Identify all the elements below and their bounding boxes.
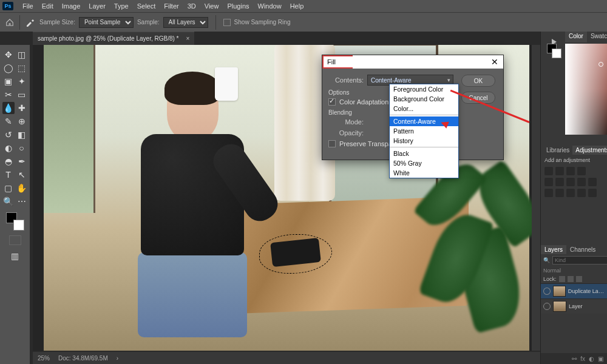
tab-libraries[interactable]: Libraries <box>543 146 572 155</box>
blend-mode-select[interactable]: Normal <box>543 268 561 274</box>
adj-threshold-icon[interactable] <box>566 189 575 197</box>
lock-pixels-icon[interactable] <box>559 276 565 282</box>
eraser-tool-icon[interactable]: ◧ <box>16 129 28 141</box>
menu-help[interactable]: Help <box>286 2 308 10</box>
move-tool-icon[interactable]: ✥ <box>2 49 15 61</box>
mask-icon[interactable]: ◐ <box>589 356 594 362</box>
preserve-transparency-checkbox[interactable] <box>328 140 336 147</box>
adj-poster-icon[interactable] <box>555 189 564 197</box>
frame-tool-icon[interactable]: ▭ <box>16 89 28 101</box>
menu-type[interactable]: Type <box>110 2 133 10</box>
adj-exposure-icon[interactable] <box>577 167 586 175</box>
quick-mask-toggle[interactable] <box>9 235 21 245</box>
color-picker[interactable] <box>565 44 607 135</box>
layer-row[interactable]: Layer <box>541 298 607 314</box>
adj-bw-icon[interactable] <box>577 178 586 186</box>
lasso-tool-icon[interactable]: ◯ <box>2 62 15 74</box>
healing-tool-icon[interactable]: ✚ <box>16 102 28 114</box>
menu-window[interactable]: Window <box>254 2 286 10</box>
status-chevron-icon[interactable]: › <box>117 355 118 362</box>
crop-tool-icon[interactable]: ✂ <box>2 89 15 101</box>
shape-tool-icon[interactable]: ▢ <box>2 182 15 194</box>
adj-balance-icon[interactable] <box>566 178 575 186</box>
color-adaptation-checkbox[interactable] <box>328 98 336 106</box>
tab-swatches[interactable]: Swatches <box>587 32 607 42</box>
home-icon[interactable] <box>4 16 16 29</box>
menu-filter[interactable]: Filter <box>160 2 183 10</box>
menu-plugins[interactable]: Plugins <box>223 2 253 10</box>
layer-filter-input[interactable] <box>552 256 607 265</box>
lock-all-icon[interactable] <box>576 276 582 282</box>
clone-tool-icon[interactable]: ⊕ <box>16 115 28 127</box>
adj-curves-icon[interactable] <box>566 167 575 175</box>
adj-photo-filter-icon[interactable] <box>588 178 597 186</box>
dropdown-option[interactable]: Background Color <box>390 94 458 104</box>
dodge-tool-icon[interactable]: ◓ <box>2 155 15 167</box>
search-icon[interactable]: 🔍 <box>543 257 550 263</box>
eyedropper-tool-icon[interactable] <box>24 16 36 29</box>
close-icon[interactable]: ✕ <box>491 57 498 67</box>
blur-tool-icon[interactable]: ○ <box>16 142 28 154</box>
adj-invert-icon[interactable] <box>544 189 553 197</box>
path-tool-icon[interactable]: ↖ <box>16 169 28 181</box>
menu-edit[interactable]: Edit <box>38 2 58 10</box>
visibility-toggle-icon[interactable] <box>543 288 551 295</box>
dropdown-option[interactable]: History <box>390 136 458 146</box>
dropdown-option[interactable]: Pattern <box>390 126 458 136</box>
menu-file[interactable]: File <box>18 2 38 10</box>
hand-tool-icon[interactable]: ✋ <box>16 182 28 194</box>
dropdown-option[interactable]: 50% Gray <box>390 158 458 168</box>
tab-adjustments[interactable]: Adjustments <box>572 146 607 155</box>
menu-3d[interactable]: 3D <box>183 2 200 10</box>
adj-brightness-icon[interactable] <box>544 167 553 175</box>
ok-button[interactable]: OK <box>461 75 495 87</box>
foreground-background-swatch[interactable] <box>547 44 561 58</box>
dropdown-option[interactable]: Color... <box>390 104 458 113</box>
quick-select-tool-icon[interactable]: ✦ <box>16 75 28 87</box>
tab-layers[interactable]: Layers <box>541 245 566 254</box>
lock-position-icon[interactable] <box>568 276 574 282</box>
document-tab[interactable]: sample photo.jpg @ 25% (Duplicate Layer,… <box>33 32 194 45</box>
show-sampling-ring-checkbox[interactable] <box>223 19 231 26</box>
adj-gradmap-icon[interactable] <box>577 189 586 197</box>
brush-tool-icon[interactable]: ✎ <box>2 115 15 127</box>
adj-selective-icon[interactable] <box>588 189 597 197</box>
sample-select[interactable]: All Layers <box>163 17 208 28</box>
photo-phone <box>270 238 321 267</box>
new-folder-icon[interactable]: ▣ <box>598 356 603 362</box>
adj-hue-icon[interactable] <box>555 178 564 186</box>
screen-mode-icon[interactable]: ▥ <box>9 250 21 262</box>
dropdown-option[interactable]: Black <box>390 149 458 158</box>
menu-image[interactable]: Image <box>58 2 85 10</box>
menu-layer[interactable]: Layer <box>84 2 110 10</box>
marquee-tool-icon[interactable]: ⬚ <box>16 62 28 74</box>
close-tab-icon[interactable]: × <box>186 35 190 42</box>
adj-levels-icon[interactable] <box>555 167 564 175</box>
zoom-tool-icon[interactable]: 🔍 <box>2 195 15 207</box>
gradient-tool-icon[interactable]: ◐ <box>2 142 15 154</box>
dialog-titlebar[interactable]: Fill ✕ <box>322 55 503 69</box>
sample-size-select[interactable]: Point Sample <box>79 17 134 28</box>
dialog-title: Fill <box>327 58 336 66</box>
dropdown-option[interactable]: White <box>390 168 458 178</box>
link-layers-icon[interactable]: ⚯ <box>572 356 577 362</box>
history-brush-tool-icon[interactable]: ↺ <box>2 129 15 141</box>
layer-fx-icon[interactable]: fx <box>580 356 585 362</box>
visibility-toggle-icon[interactable] <box>543 303 551 310</box>
menu-select[interactable]: Select <box>133 2 160 10</box>
tab-channels[interactable]: Channels <box>566 245 599 254</box>
color-swatch-toggle[interactable] <box>6 212 24 231</box>
more-tools-icon[interactable]: ⋯ <box>16 195 28 207</box>
eyedropper-tool-icon[interactable]: 💧 <box>2 102 15 114</box>
adj-vibrance-icon[interactable] <box>544 178 553 186</box>
pen-tool-icon[interactable]: ✒ <box>16 155 28 167</box>
layer-row[interactable]: Duplicate Layer <box>541 283 607 298</box>
artboard-tool-icon[interactable]: ◫ <box>16 49 28 61</box>
dropdown-option[interactable]: Foreground Color <box>390 84 458 94</box>
zoom-readout[interactable]: 25% <box>38 355 50 362</box>
tab-color[interactable]: Color <box>565 32 587 42</box>
menu-view[interactable]: View <box>200 2 223 10</box>
object-select-tool-icon[interactable]: ▣ <box>2 75 15 87</box>
vertical-scrollbar[interactable] <box>532 45 540 351</box>
type-tool-icon[interactable]: T <box>2 169 15 181</box>
